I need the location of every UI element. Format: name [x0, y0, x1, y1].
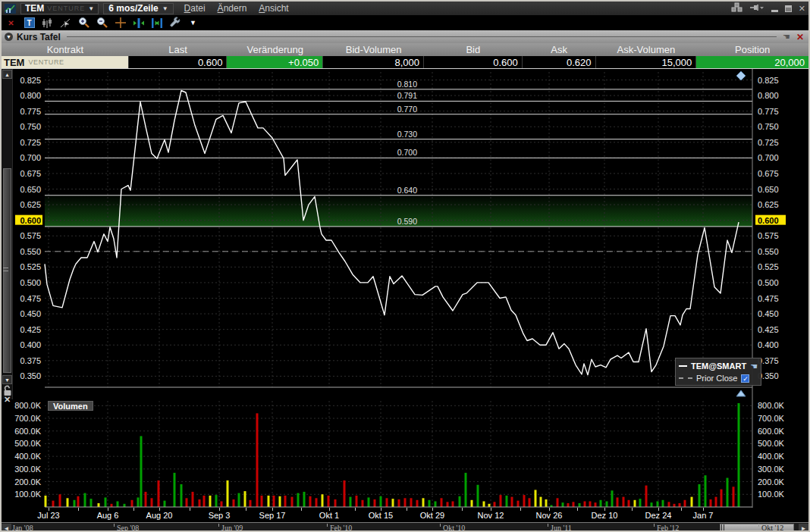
y-axis-label: 0.825 [758, 76, 779, 85]
latest-bar-marker [736, 71, 746, 80]
maximize-button[interactable] [785, 5, 792, 12]
volume-bar [297, 493, 300, 507]
volume-axis-label: 700.0K [14, 414, 42, 423]
quote-table-row[interactable]: TEM VENTURE 0.600 +0.050 8,000 0.600 0.6… [2, 56, 808, 69]
volume-axis-label: 100.0K [758, 490, 785, 499]
collapse-panel-button[interactable]: ▼ [5, 33, 13, 41]
volume-bar [45, 496, 47, 507]
minimize-button[interactable] [771, 10, 778, 12]
timeline-scrollbar[interactable]: ◄ ► Jan '08Sep '08Jun '09Feb '10Okt '10J… [2, 522, 808, 532]
panel-title: Kurs Tafel [17, 32, 61, 42]
volume-bar [233, 499, 235, 507]
volume-bar [662, 500, 664, 507]
position-cell[interactable]: 20,000 [696, 56, 808, 68]
bid-volume-cell[interactable]: 8,000 [323, 56, 424, 68]
axis-tick [577, 508, 578, 511]
volume-bar [145, 492, 147, 507]
axis-tick [432, 508, 433, 511]
period-dropdown[interactable]: 6 mos/Zeile ▼ [103, 3, 173, 14]
menu-item-ansicht[interactable]: Ansicht [259, 3, 288, 14]
level-line-label: 0.810 [397, 80, 417, 89]
axis-tick [549, 508, 550, 511]
volume-bar [517, 501, 520, 507]
y-axis-label: 0.725 [758, 138, 779, 147]
y-axis-label: 0.600 [758, 216, 779, 225]
axis-tick [219, 508, 220, 511]
contract-cell[interactable]: TEM VENTURE [2, 56, 129, 68]
volume-bar [158, 480, 160, 507]
drag-hand-icon[interactable]: ☚ [750, 361, 758, 371]
series-label: TEM@SMART [691, 361, 746, 371]
compress-bars-icon[interactable] [150, 17, 163, 30]
last-cell[interactable]: 0.600 [129, 56, 228, 68]
timeline-label: Feb '12 [657, 524, 679, 532]
expand-bars-icon[interactable] [132, 17, 145, 30]
ask-volume-cell[interactable]: 15,000 [596, 56, 697, 68]
menu-bar: DateiÄndernAnsicht [184, 3, 289, 14]
volume-bar [268, 496, 270, 507]
timeline-thumb-grip [721, 524, 722, 531]
settings-wrench-icon[interactable] [168, 17, 181, 30]
y-axis-label: 0.750 [20, 122, 41, 131]
price-chart[interactable]: 0.8100.7910.7700.7300.7000.6400.5900.825… [2, 69, 810, 399]
volume-chart[interactable]: 100.0K100.0K200.0K200.0K300.0K300.0K400.… [2, 399, 810, 508]
date-label: Aug 20 [137, 511, 182, 520]
date-label: Dez 24 [636, 511, 681, 520]
axis-tick [301, 508, 302, 511]
symbol-dropdown[interactable]: TEM VENTURE ▼ [20, 3, 99, 14]
timeline-label: Jan '08 [12, 524, 33, 532]
y-axis-label: 0.450 [758, 309, 779, 318]
symbol-ghost-label: VENTURE [47, 5, 85, 12]
timeline-label: Feb '10 [330, 524, 352, 532]
symbol-label: TEM [25, 3, 44, 14]
axis-tick [604, 508, 605, 511]
volume-bar [124, 504, 126, 507]
prior-close-checkbox[interactable]: ✓ [741, 374, 749, 383]
bar-chart-icon[interactable] [41, 17, 54, 30]
prior-close-label: Prior Close [696, 374, 737, 383]
zoom-out-icon[interactable] [96, 17, 108, 30]
volume-bar [284, 496, 287, 507]
chevron-down-icon[interactable]: ▼ [187, 17, 199, 30]
volume-bar [374, 499, 376, 507]
drag-hand-icon[interactable]: ☚ [783, 32, 790, 42]
volume-bar [573, 502, 575, 507]
timeline-left-arrow[interactable]: ◄ [2, 524, 11, 532]
column-header: Last [129, 43, 228, 56]
volume-panel-label: Volumen [48, 401, 93, 411]
volume-bar [727, 478, 729, 507]
quote-table-header: Kontrakt Last Veränderung Bid-Volumen Bi… [2, 43, 808, 56]
close-button[interactable]: ✕ [799, 5, 805, 13]
y-axis-label: 0.350 [20, 371, 41, 380]
remove-icon[interactable]: ✕ [5, 17, 17, 30]
chart-legend[interactable]: TEM@SMART ☚ Prior Close ✓ [675, 358, 761, 386]
volume-bar [710, 499, 712, 507]
quote-panel-header: ▼ Kurs Tafel ☚ ✕ [2, 30, 808, 43]
change-cell[interactable]: +0.050 [227, 56, 323, 68]
volume-axis-label: 400.0K [14, 452, 42, 461]
pin-icon[interactable] [749, 3, 764, 14]
y-axis-label: 0.675 [758, 169, 779, 178]
crosshair-icon[interactable] [114, 17, 127, 30]
y-axis-label: 0.675 [20, 169, 41, 178]
ask-cell[interactable]: 0.620 [523, 56, 596, 68]
menu-item-datei[interactable]: Datei [184, 3, 206, 14]
date-label: Nov 26 [526, 511, 572, 520]
volume-bar [67, 498, 69, 507]
volume-bar [699, 484, 701, 507]
close-panel-icon[interactable]: ✕ [796, 32, 804, 42]
chart-type-icon[interactable]: T [23, 17, 36, 30]
menu-item-ändern[interactable]: Ändern [218, 3, 247, 14]
trendline-tool-icon[interactable] [59, 17, 72, 30]
timeline-right-arrow[interactable]: ► [799, 524, 808, 532]
date-axis: Jul 23Aug 6Aug 20Sep 3Sep 17Okt 1Okt 15O… [2, 508, 808, 522]
axis-tick [246, 508, 246, 511]
volume-bar [645, 486, 648, 507]
volume-bar [477, 485, 479, 507]
zoom-in-icon[interactable] [77, 17, 90, 30]
group-windows-icon[interactable] [731, 2, 742, 14]
volume-bar [459, 496, 461, 507]
timeline-tick [114, 524, 115, 527]
contract-exchange: VENTURE [28, 58, 64, 66]
bid-cell[interactable]: 0.600 [424, 56, 523, 68]
